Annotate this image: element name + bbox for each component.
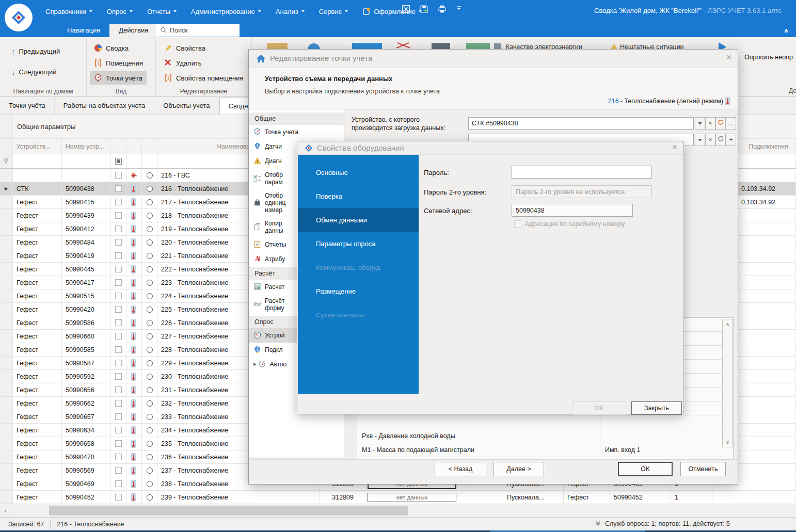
column-header-device[interactable]: Устройств... [13,139,62,154]
row-checkbox[interactable] [115,212,122,219]
state-circle[interactable] [147,494,153,501]
chevron-down-icon[interactable] [695,134,705,146]
state-circle[interactable] [147,172,153,179]
collapse-ribbon-icon[interactable]: ∧ [784,27,789,34]
row-checkbox[interactable] [115,279,122,286]
state-circle[interactable] [147,213,153,219]
state-circle[interactable] [147,280,153,286]
sidebar-item[interactable]: Точка учета [249,125,344,139]
row-checkbox[interactable] [115,319,122,326]
state-circle[interactable] [147,400,153,407]
state-circle[interactable] [147,467,153,474]
ribbon-tab-item[interactable]: Навигация [58,24,109,37]
row-checkbox[interactable] [115,346,122,353]
cancel-button[interactable]: Отменить [680,462,726,476]
props-nav-item[interactable]: Поверка [298,184,419,208]
next-button[interactable]: ↓ Следующий [7,65,60,78]
search-input[interactable]: Поиск [156,24,240,37]
close-button[interactable]: Закрыть [631,401,682,415]
scrollbar-thumb[interactable] [49,506,408,515]
row-checkbox[interactable] [115,293,122,299]
props-nav-item[interactable]: Размещение [298,279,419,303]
filter-number[interactable] [62,154,111,168]
ok-button[interactable]: OK [572,401,626,415]
ribbon-tab-active[interactable]: Действия [109,24,157,37]
row-checkbox[interactable] [115,386,122,393]
column-header-connections[interactable]: Подключения [739,139,796,154]
row-checkbox[interactable] [115,413,122,420]
view-tab[interactable]: Объекты учета [154,97,219,115]
no-data-badge[interactable]: нет данных [368,493,456,502]
state-circle[interactable] [147,186,153,192]
view-tab[interactable]: Точки учёта [0,97,55,115]
state-circle[interactable] [147,454,153,460]
filter-device[interactable] [13,154,62,168]
state-circle[interactable] [147,441,153,447]
row-checkbox[interactable] [115,427,122,433]
filter-state[interactable] [142,154,157,168]
row-checkbox[interactable] [115,239,122,246]
state-circle[interactable] [147,320,153,326]
add-icon[interactable]: + [726,134,736,146]
save-icon[interactable] [420,5,429,14]
state-circle[interactable] [147,293,153,299]
row-checkbox[interactable] [115,373,122,380]
refresh-icon[interactable] [715,117,726,130]
horizontal-scrollbar[interactable]: ‹ [0,504,796,517]
menu-item[interactable]: Анализ [268,6,312,17]
metering-point-link[interactable]: 216 [608,98,619,105]
poll-unpolled-button[interactable]: Опросить неопр [744,54,793,61]
row-checkbox[interactable] [115,225,122,232]
props-nav-item[interactable]: Параметры опроса [298,232,419,255]
rooms-button[interactable]: Помещения [90,56,147,70]
parameter-row[interactable]: М1 - Масса по подающей магистралиИмп. вх… [357,443,733,457]
row-checkbox[interactable] [115,480,122,487]
row-checkbox[interactable] [115,494,122,501]
row-checkbox[interactable] [115,360,122,366]
state-circle[interactable] [147,427,153,433]
state-circle[interactable] [147,307,153,313]
row-checkbox[interactable] [115,400,122,407]
row-checkbox[interactable] [115,172,122,179]
row-checkbox[interactable] [115,306,122,313]
print-icon[interactable] [438,5,447,14]
state-circle[interactable] [147,333,153,340]
next-button[interactable]: Далее > [493,462,544,476]
room-properties-button[interactable]: Свойства помещения [160,71,247,85]
table-row[interactable]: Гефест50990452239 - Теплоснабжение312809… [0,491,796,504]
parameter-row[interactable]: М2 - Масса по обратной [357,457,733,460]
serial-addressing-checkbox[interactable] [514,220,521,228]
column-header-number[interactable]: Номер устр... [62,139,111,154]
clear-icon[interactable]: × [705,117,715,130]
password-field[interactable] [512,166,652,179]
column-header-state[interactable] [142,139,157,154]
state-circle[interactable] [147,226,153,232]
state-circle[interactable] [147,481,153,487]
properties-button[interactable]: Свойства [160,41,210,55]
scroll-down-icon[interactable]: ∨ [723,437,733,447]
row-checkbox[interactable] [115,454,122,460]
scroll-up-icon[interactable]: ∧ [723,319,733,329]
row-checkbox[interactable] [115,199,122,205]
row-checkbox[interactable] [115,440,122,447]
vertical-scrollbar[interactable]: ∧ ∨ [722,319,733,447]
props-nav-item[interactable]: Обмен данными [298,208,419,232]
back-button[interactable]: < Назад [435,462,486,476]
more-commands-icon[interactable] [456,5,465,14]
device-combobox[interactable]: СТК #50990438 [468,117,694,130]
state-circle[interactable] [147,360,153,366]
state-circle[interactable] [147,253,153,259]
close-icon[interactable]: × [672,142,677,152]
metering-points-button[interactable]: Точки учёта [90,71,147,85]
filter-connections[interactable] [739,154,796,168]
menu-item[interactable]: Администрирование [184,6,268,17]
row-checkbox[interactable] [115,333,122,340]
chevron-down-icon[interactable] [695,117,705,130]
row-checkbox[interactable] [115,185,122,192]
ok-button[interactable]: OK [618,462,673,476]
view-tab[interactable]: Работы на объектах учета [55,97,154,115]
excel-export-icon[interactable] [402,5,411,14]
state-circle[interactable] [147,266,153,272]
menu-item[interactable]: Сервис [312,6,356,17]
previous-button[interactable]: ↑ Предыдущий [7,44,64,58]
